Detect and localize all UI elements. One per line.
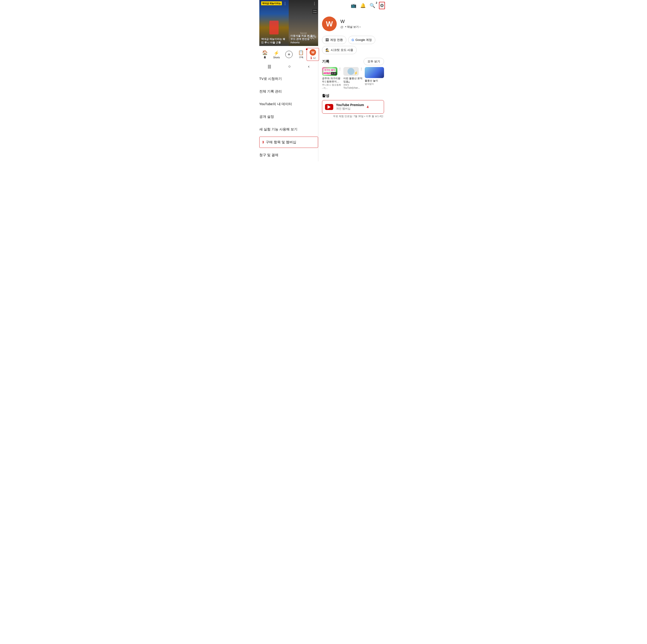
nav-shorts-label: Shorts (273, 56, 280, 59)
view-channel-link[interactable]: • 채널 보기 › (345, 25, 360, 29)
nav-avatar: W (310, 49, 316, 56)
history-3-channel: 밥대밥이 (365, 82, 384, 86)
menu-privacy[interactable]: 공개 설정 (259, 110, 318, 123)
menu-tv[interactable]: TV로 시청하기 (259, 73, 318, 85)
system-nav: ||| ○ ‹ (259, 62, 318, 73)
history-thumb-3[interactable] (365, 67, 384, 78)
nav-home-label: 홈 (264, 56, 266, 59)
video-right-menu-icon[interactable]: ⋮ (312, 1, 316, 6)
video-thumb-right[interactable]: . ⋮ CH1 CH2 Secret 마동석 마동석을 처음 본 할리우드 관객… (289, 0, 318, 46)
profile-name: W (340, 19, 360, 24)
google-icon: G (352, 38, 354, 42)
history-item-3-row (365, 67, 384, 78)
history-item-2: ⚡ ⋮ 이런 물풍선 본적있음¿ 찬tv's YouTube[chan... (343, 67, 363, 90)
nav-home[interactable]: 🏠 홈 (259, 49, 271, 60)
menu-history-manage[interactable]: 전체 기록 관리 (259, 85, 318, 98)
yt-play-icon (328, 105, 331, 109)
google-account-label: Google 계정 (356, 38, 372, 42)
search-badge: 2 (376, 1, 377, 4)
history-2-info: 이런 물풍선 본적있음¿ 찬tv's YouTube[chan... (343, 77, 363, 89)
history-item-1-row: 개구리 왕자동화뮤지컬 주니·토니 6:10 ⋮ (322, 67, 342, 76)
video-top-overlay: 역대급 재능이라는 ⋮ (259, 0, 289, 7)
premium-info: YouTube Premium 개인 멤버십 (336, 103, 364, 111)
nav-subscriptions[interactable]: 📋 구독 (295, 49, 307, 60)
sys-home-btn[interactable]: ○ (288, 64, 291, 69)
chevron-right-icon: › (360, 25, 361, 28)
history-thumb-1[interactable]: 개구리 왕자동화뮤지컬 주니·토니 6:10 (322, 67, 337, 76)
main-layout: 역대급 재능이라는 ⋮ 역대급 재능이라는 웨인 루니 아들 근황 . ⋮ (259, 0, 388, 161)
thumb-1-duration: 6:10 (331, 72, 337, 75)
view-all-btn[interactable]: 모두 보기 (364, 58, 384, 65)
nav-me-label: 나 (313, 56, 315, 60)
account-buttons: 🖼 계정 전환 G Google 계정 🕵 시크릿 모드 사용 (322, 36, 384, 54)
ch-label: CH1 CH2 (312, 9, 317, 14)
incognito-btn[interactable]: 🕵 시크릿 모드 사용 (322, 46, 357, 54)
incognito-icon: 🕵 (326, 48, 329, 52)
premium-sub: 개인 멤버십 (336, 107, 364, 111)
account-switch-btn[interactable]: 🖼 계정 전환 (322, 36, 346, 44)
video-left-overlay-text: 역대급 재능이라는 웨인 루니 아들 근황 (259, 35, 289, 46)
google-account-btn[interactable]: G Google 계정 (348, 36, 375, 44)
youtube-logo (325, 104, 333, 110)
history-2-channel: 찬tv's YouTube[chan... (343, 83, 363, 89)
history-thumbnails: 개구리 왕자동화뮤지컬 주니·토니 6:10 ⋮ 공주와 개구리왕자 | 동화뮤… (322, 67, 384, 90)
history-thumb-2[interactable]: ⚡ (343, 67, 359, 76)
right-column: 📺 🔔 🔍 2 ⚙ W W @ • 채널 보기 › (318, 0, 388, 161)
activity-title: 활성 (322, 93, 384, 98)
search-icon[interactable]: 🔍 2 (370, 3, 375, 8)
profile-avatar: W (322, 16, 337, 31)
video-thumb-left[interactable]: 역대급 재능이라는 ⋮ 역대급 재능이라는 웨인 루니 아들 근황 (259, 0, 289, 46)
shorts-icon-2: ⚡ (354, 71, 358, 75)
right-panel: W W @ • 채널 보기 › 🖼 계정 전환 (318, 11, 388, 121)
subscriptions-icon: 📋 (298, 50, 304, 55)
history-2-title: 이런 물풍선 본적있음¿ (343, 77, 363, 83)
activity-section: 활성 YouTube Premium 개인 멤버십 4 무료 체험 만료일: 7… (322, 93, 384, 118)
menu-experiments[interactable]: 새 실험 기능 사용해 보기 (259, 123, 318, 136)
switch-icon: 🖼 (326, 38, 329, 42)
video-right-overlay-text: 마동석을 처음 본 할리우드 관객 찐반응ㄱㄱ#shorts (289, 32, 318, 46)
left-column: 역대급 재능이라는 ⋮ 역대급 재능이라는 웨인 루니 아들 근황 . ⋮ (259, 0, 318, 161)
shorts-icon: ⚡ (274, 50, 279, 56)
add-icon: + (285, 51, 293, 58)
yellow-banner: 역대급 재능이라는 (261, 1, 282, 5)
bell-icon[interactable]: 🔔 (360, 3, 366, 8)
premium-expiry: 무료 체험 만료일: 7월 30일 • 이후 월 ₩1.4만 (322, 114, 384, 118)
sys-menu-btn[interactable]: ||| (268, 64, 271, 69)
history-2-menu-icon[interactable]: ⋮ (360, 67, 363, 71)
header-icons: 📺 🔔 🔍 2 ⚙ (318, 0, 388, 11)
premium-card[interactable]: YouTube Premium 개인 멤버십 4 (322, 100, 384, 114)
history-section-header: 기록 모두 보기 (322, 58, 384, 65)
history-item-2-row: ⚡ ⋮ (343, 67, 363, 76)
history-1-menu-icon[interactable]: ⋮ (338, 67, 342, 71)
nav-add[interactable]: + (283, 50, 295, 59)
premium-name: YouTube Premium (336, 103, 364, 107)
activity-annotation-4: 4 (367, 105, 369, 109)
menu-my-data[interactable]: YouTube의 내 데이터 (259, 98, 318, 110)
history-item-1: 개구리 왕자동화뮤지컬 주니·토니 6:10 ⋮ 공주와 개구리왕자 | 동화뮤… (322, 67, 342, 90)
history-title: 기록 (322, 59, 329, 64)
incognito-label: 시크릿 모드 사용 (331, 48, 353, 52)
account-switch-label: 계정 전환 (330, 38, 343, 42)
history-item-3: 물풍선 놀이 밥대밥이 (365, 67, 384, 90)
nav-me[interactable]: W 1 나 (307, 48, 319, 61)
profile-handle: @ (340, 25, 343, 29)
settings-icon[interactable]: ⚙ (379, 2, 385, 9)
history-3-info: 물풍선 놀이 밥대밥이 (365, 79, 384, 86)
history-1-info: 공주와 개구리왕자 | 동화뮤지컬 | 공주... 주니토니 동요동화 - 키.… (322, 77, 342, 90)
menu-annotation-3: 3 (262, 140, 264, 144)
menu-list: TV로 시청하기 전체 기록 관리 YouTube의 내 데이터 공개 설정 새… (259, 73, 318, 161)
menu-purchases[interactable]: 3 구매 항목 및 멤버십 (259, 137, 318, 148)
menu-billing[interactable]: 청구 및 결제 (259, 149, 318, 161)
sys-back-btn[interactable]: ‹ (308, 64, 309, 69)
cast-icon[interactable]: 📺 (351, 3, 356, 8)
profile-section: W W @ • 채널 보기 › (322, 14, 384, 34)
video-top-overlay-right: . ⋮ (289, 0, 318, 7)
history-3-title: 물풍선 놀이 (365, 79, 384, 82)
nav-subscriptions-label: 구독 (299, 56, 303, 59)
history-1-title: 공주와 개구리왕자 | 동화뮤지컬 | 공주... (322, 77, 342, 83)
video-left-menu-icon[interactable]: ⋮ (283, 1, 287, 6)
bottom-nav: 🏠 홈 ⚡ Shorts + 📋 구독 W 1 나 (259, 46, 318, 62)
profile-info: W @ • 채널 보기 › (340, 19, 360, 29)
history-1-channel: 주니토니 동요동화 - 키... (322, 83, 342, 90)
nav-shorts[interactable]: ⚡ Shorts (271, 49, 283, 60)
